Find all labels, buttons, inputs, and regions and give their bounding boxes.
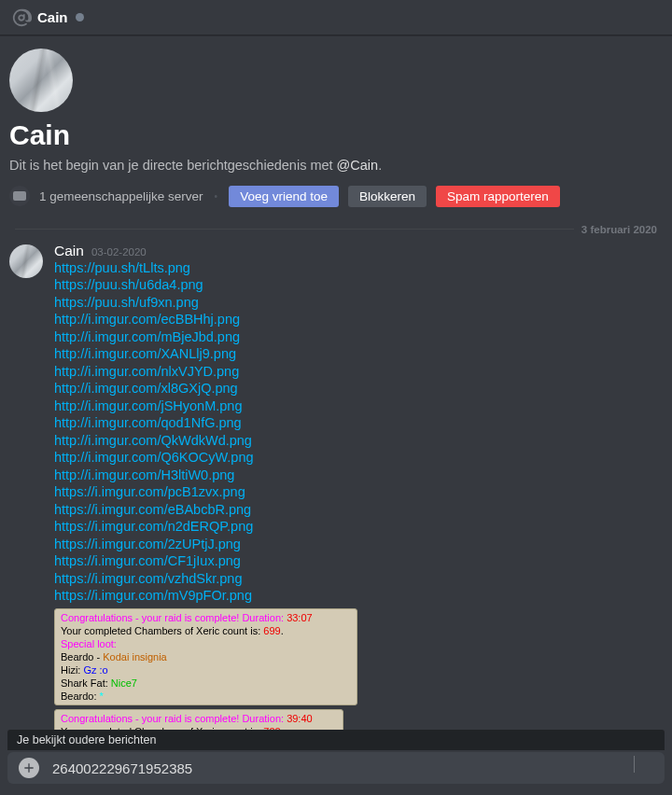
message-link[interactable]: http://i.imgur.com/XANLlj9.png	[54, 346, 236, 361]
message-link-line: http://i.imgur.com/ecBBHhj.png	[54, 311, 663, 328]
chat-player: Shark Fat:	[61, 677, 111, 689]
message-link[interactable]: https://puu.sh/u6da4.png	[54, 277, 203, 292]
intro-mention: @Cain	[337, 158, 379, 173]
text-caret	[634, 756, 635, 773]
message-link[interactable]: https://i.imgur.com/mV9pFOr.png	[54, 588, 252, 603]
message-link[interactable]: https://i.imgur.com/eBAbcbR.png	[54, 502, 251, 517]
message-link-line: http://i.imgur.com/mBjeJbd.png	[54, 328, 663, 346]
messages-area: Cain Dit is het begin van je directe ber…	[0, 35, 672, 730]
message-link[interactable]: http://i.imgur.com/xl8GXjQ.png	[54, 381, 238, 396]
chat-player: Hizi:	[61, 664, 83, 676]
viewing-old-messages-bar[interactable]: Je bekijkt oudere berichten	[7, 730, 665, 750]
message-link[interactable]: http://i.imgur.com/qod1NfG.png	[54, 415, 242, 430]
message-link-line: http://i.imgur.com/H3ltiW0.png	[54, 467, 663, 484]
message-link-line: http://i.imgur.com/qod1NfG.png	[54, 414, 663, 432]
message-link-line: https://puu.sh/u6da4.png	[54, 276, 663, 294]
add-friend-button[interactable]: Voeg vriend toe	[229, 186, 339, 207]
message-link-line: https://i.imgur.com/vzhdSkr.png	[54, 570, 663, 588]
raid-duration: 39:40	[287, 713, 313, 724]
message-link-line: https://i.imgur.com/n2dERQP.png	[54, 518, 663, 536]
divider-date: 3 februari 2020	[574, 224, 657, 235]
message-link-line: https://i.imgur.com/mV9pFOr.png	[54, 587, 663, 605]
embed-image-2[interactable]: Congratulations - your raid is complete!…	[54, 709, 343, 731]
message-link-line: http://i.imgur.com/jSHyonM.png	[54, 398, 663, 415]
message-input-container: 264002229671952385	[7, 752, 665, 784]
message-input[interactable]: 264002229671952385	[52, 760, 653, 776]
avatar-large[interactable]	[9, 49, 73, 112]
at-icon	[11, 7, 32, 28]
message-link-line: https://puu.sh/tLlts.png	[54, 259, 663, 277]
message-link[interactable]: https://puu.sh/uf9xn.png	[54, 295, 199, 310]
message-link-line: https://i.imgur.com/2zUPtjJ.png	[54, 536, 663, 553]
message-link-line: https://i.imgur.com/CF1jIux.png	[54, 552, 663, 570]
message-link-line: https://i.imgur.com/pcB1zvx.png	[54, 483, 663, 501]
message-link[interactable]: https://i.imgur.com/vzhdSkr.png	[54, 571, 242, 586]
avatar-small[interactable]	[9, 244, 43, 278]
raid-count-label: Your completed Chambers of Xeric count i…	[61, 625, 263, 636]
message-link[interactable]: http://i.imgur.com/nlxVJYD.png	[54, 364, 239, 379]
message-body: Cain 03-02-2020 https://puu.sh/tLlts.png…	[54, 243, 663, 731]
intro-suffix: .	[378, 158, 382, 173]
raid-duration: 33:07	[287, 612, 313, 623]
message-link[interactable]: http://i.imgur.com/jSHyonM.png	[54, 398, 242, 413]
raid-congrats: Congratulations - your raid is complete!…	[61, 612, 287, 623]
mutual-actions-row: 1 gemeenschappelijke server • Voeg vrien…	[9, 186, 663, 207]
message-link[interactable]: https://i.imgur.com/pcB1zvx.png	[54, 484, 245, 499]
chat-msg: Nice7	[111, 677, 137, 689]
message-link[interactable]: https://puu.sh/tLlts.png	[54, 260, 190, 275]
profile-name: Cain	[9, 119, 663, 152]
separator-dot: •	[215, 191, 218, 202]
intro-prefix: Dit is het begin van je directe berichtg…	[9, 158, 337, 173]
message-author[interactable]: Cain	[54, 243, 84, 259]
date-divider: 3 februari 2020	[15, 224, 657, 235]
report-spam-button[interactable]: Spam rapporteren	[436, 186, 560, 207]
message-link-line: http://i.imgur.com/XANLlj9.png	[54, 345, 663, 363]
embed-image-1[interactable]: Congratulations - your raid is complete!…	[54, 608, 357, 705]
message-link[interactable]: http://i.imgur.com/H3ltiW0.png	[54, 467, 234, 482]
chat-player: Beardo:	[61, 690, 100, 702]
mutual-server-icon[interactable]	[9, 186, 30, 206]
message-link-line: https://i.imgur.com/eBAbcbR.png	[54, 501, 663, 519]
chat-msg: *	[100, 690, 104, 702]
dm-header: Cain	[0, 0, 672, 35]
message-link-line: http://i.imgur.com/xl8GXjQ.png	[54, 380, 663, 398]
message-link-line: http://i.imgur.com/nlxVJYD.png	[54, 363, 663, 381]
message-link-line: http://i.imgur.com/Q6KOCyW.png	[54, 449, 663, 467]
message-link[interactable]: https://i.imgur.com/n2dERQP.png	[54, 519, 253, 534]
mutual-servers-text[interactable]: 1 gemeenschappelijke server	[39, 189, 203, 203]
raid-congrats: Congratulations - your raid is complete!…	[61, 713, 287, 724]
message-link[interactable]: http://i.imgur.com/ecBBHhj.png	[54, 312, 240, 327]
status-offline-icon	[76, 13, 84, 21]
message-link[interactable]: http://i.imgur.com/mBjeJbd.png	[54, 329, 240, 344]
loot-item: Kodai insignia	[103, 651, 167, 662]
dm-profile-block: Cain Dit is het begin van je directe ber…	[0, 35, 672, 216]
message-link[interactable]: https://i.imgur.com/CF1jIux.png	[54, 553, 241, 568]
attach-button[interactable]	[19, 758, 39, 778]
message-link-line: http://i.imgur.com/QkWdkWd.png	[54, 432, 663, 450]
message: Cain 03-02-2020 https://puu.sh/tLlts.png…	[0, 239, 672, 731]
message-link[interactable]: http://i.imgur.com/QkWdkWd.png	[54, 433, 252, 448]
message-header: Cain 03-02-2020	[54, 243, 663, 259]
intro-text: Dit is het begin van je directe berichtg…	[9, 158, 663, 173]
chat-msg: Gz :o	[83, 664, 107, 676]
header-username[interactable]: Cain	[37, 9, 68, 25]
block-button[interactable]: Blokkeren	[348, 186, 427, 207]
raid-count: 699	[263, 625, 280, 636]
message-timestamp: 03-02-2020	[91, 246, 147, 258]
special-loot: Special loot:	[61, 638, 117, 649]
message-link[interactable]: http://i.imgur.com/Q6KOCyW.png	[54, 450, 254, 465]
message-link-line: https://puu.sh/uf9xn.png	[54, 294, 663, 312]
message-link[interactable]: https://i.imgur.com/2zUPtjJ.png	[54, 537, 241, 551]
loot-player: Beardo -	[61, 651, 103, 662]
